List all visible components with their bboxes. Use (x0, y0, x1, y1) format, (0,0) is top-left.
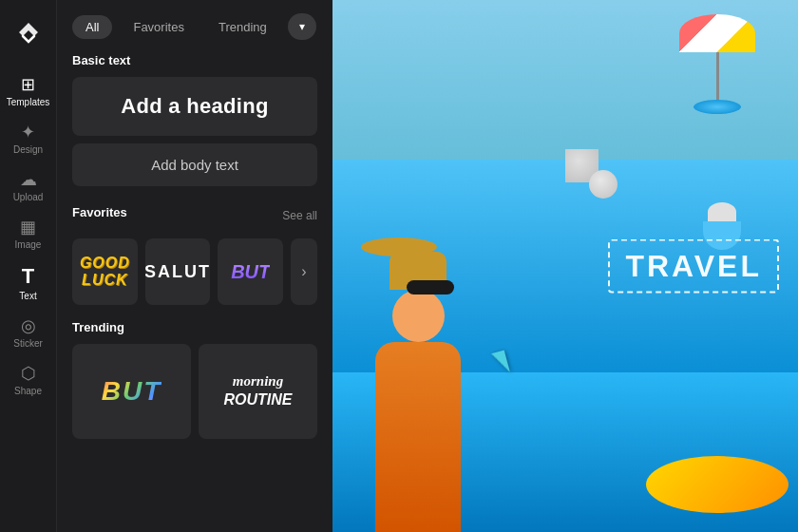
canvas-area[interactable]: TRAVEL (332, 0, 798, 532)
sidebar-item-sticker[interactable]: ◎ Sticker (2, 310, 55, 357)
trending-morning-routine-text: morning ROUTINE (224, 372, 293, 410)
sidebar-item-design[interactable]: ✦ Design (2, 116, 55, 163)
woman-figure (361, 238, 475, 532)
trending-but-text: BUT (102, 376, 162, 407)
favorites-title: Favorites (72, 205, 127, 219)
fav-salut-card[interactable]: SALUT (145, 238, 211, 305)
sidebar-item-templates[interactable]: ⊞ Templates (2, 68, 55, 116)
umbrella-pole (716, 52, 719, 100)
sticker-icon: ◎ (21, 317, 36, 334)
sidebar: ⊞ Templates ✦ Design ☁ Upload ▦ Image T … (0, 0, 57, 532)
pool-ball-2 (589, 170, 618, 199)
chevron-down-icon: ▾ (299, 20, 305, 33)
upload-icon: ☁ (20, 171, 37, 188)
umbrella-top (679, 14, 755, 52)
trending-morning-routine-card[interactable]: morning ROUTINE (199, 344, 317, 439)
see-all-button[interactable]: See all (282, 209, 317, 222)
fav-good-luck-card[interactable]: GOODLUCK (72, 238, 138, 305)
swim-cap (708, 202, 736, 221)
sidebar-item-image-label: Image (15, 239, 42, 251)
trending-section: Trending BUT morning ROUTINE (72, 320, 317, 439)
umbrella-base (694, 100, 741, 114)
umbrella-decoration (679, 14, 755, 114)
trending-title: Trending (72, 320, 317, 334)
shape-icon: ⬡ (21, 365, 36, 382)
sidebar-item-sticker-label: Sticker (13, 338, 43, 350)
sidebar-item-text-label: Text (19, 291, 36, 302)
fav-but-card[interactable]: BUT (218, 238, 283, 305)
add-heading-button[interactable]: Add a heading (72, 77, 317, 136)
templates-icon: ⊞ (21, 76, 35, 93)
filter-trending-button[interactable]: Trending (205, 15, 280, 39)
basic-text-title: Basic text (72, 53, 317, 67)
text-panel: All Favorites Trending ▾ Basic text Add … (57, 0, 332, 532)
filter-dropdown-button[interactable]: ▾ (288, 13, 316, 40)
sunglasses (407, 280, 454, 294)
sidebar-item-shape-label: Shape (14, 386, 42, 397)
sidebar-item-upload-label: Upload (13, 192, 44, 203)
trending-grid: BUT morning ROUTINE (72, 344, 317, 439)
favorites-next-button[interactable]: › (291, 238, 317, 305)
text-icon: T (22, 266, 34, 287)
trending-but-card[interactable]: BUT (72, 344, 191, 439)
but-text: BUT (231, 261, 270, 283)
favorites-row: GOODLUCK SALUT BUT › (72, 238, 317, 305)
filter-favorites-button[interactable]: Favorites (120, 15, 197, 39)
sidebar-item-design-label: Design (13, 144, 43, 156)
sidebar-item-templates-label: Templates (7, 97, 50, 108)
basic-text-section: Basic text Add a heading Add body text (72, 53, 317, 201)
add-body-text-button[interactable]: Add body text (72, 143, 317, 186)
salut-text: SALUT (145, 262, 211, 282)
travel-text: TRAVEL (625, 249, 762, 284)
panel-filter-bar: All Favorites Trending ▾ (57, 0, 332, 49)
woman-face (392, 290, 445, 342)
design-icon: ✦ (21, 124, 35, 141)
app-logo (8, 11, 49, 53)
sidebar-item-text[interactable]: T Text (2, 258, 55, 310)
yellow-float (646, 456, 788, 513)
travel-text-overlay[interactable]: TRAVEL (608, 239, 779, 294)
sidebar-item-image[interactable]: ▦ Image (2, 211, 55, 258)
filter-all-button[interactable]: All (72, 15, 112, 39)
arrow-right-icon: › (301, 263, 306, 280)
woman-body (375, 342, 461, 532)
good-luck-text: GOODLUCK (80, 255, 130, 288)
favorites-section: Favorites See all GOODLUCK SALUT BUT › (72, 201, 317, 305)
image-icon: ▦ (20, 218, 36, 236)
sidebar-item-shape[interactable]: ⬡ Shape (2, 357, 55, 405)
panel-content: Basic text Add a heading Add body text F… (57, 49, 332, 532)
sidebar-item-upload[interactable]: ☁ Upload (2, 163, 55, 211)
favorites-header: Favorites See all (72, 201, 317, 229)
